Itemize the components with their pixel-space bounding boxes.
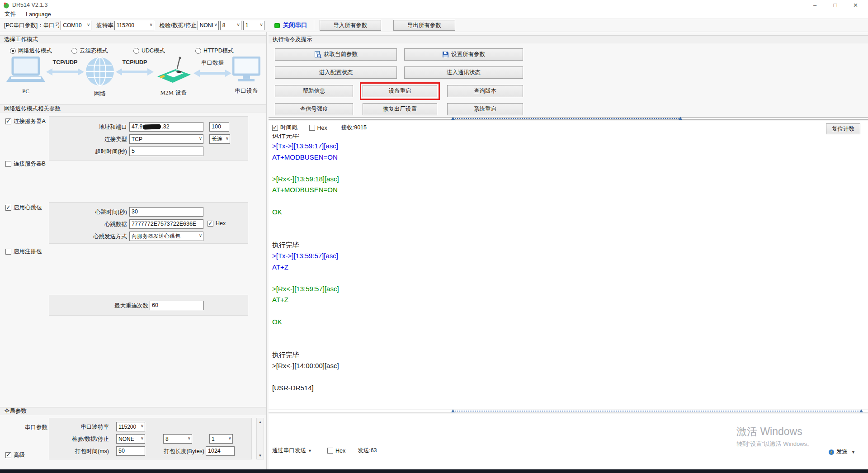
enter-comm-button[interactable]: 进入通讯状态 xyxy=(404,66,523,79)
log-line: >[Tx->][13:59:17][asc] xyxy=(272,141,861,151)
hb-time-input[interactable]: 30 xyxy=(129,207,203,217)
register-checkbox[interactable]: 启用注册包 xyxy=(5,248,42,255)
scroll-down-icon[interactable]: ▼ xyxy=(257,452,264,459)
pc-icon xyxy=(6,57,45,86)
g-stopbits-select[interactable]: 1∨ xyxy=(209,434,233,444)
reconnect-label: 最大重连次数 xyxy=(49,302,148,310)
databits-select[interactable]: 8∨ xyxy=(220,21,241,30)
dr514-window: DR514 V2.1.3 – □ ✕ 文件 Language [PC串口参数]：… xyxy=(0,0,868,473)
global-params-header: 全局参数 xyxy=(0,407,266,415)
left-scrollbar[interactable]: ▲ ▼ xyxy=(256,418,264,459)
radio-cloud-mode[interactable]: 云组态模式 xyxy=(71,47,108,55)
export-all-button[interactable]: 导出所有参数 xyxy=(393,20,455,31)
port-status-led-icon xyxy=(274,23,280,28)
advanced-checkbox[interactable]: 高级 xyxy=(5,451,25,459)
server-a-checkbox[interactable]: 连接服务器A xyxy=(5,118,46,125)
slider-track xyxy=(455,411,859,412)
chevron-down-icon: ∨ xyxy=(214,22,217,27)
system-reboot-button[interactable]: 系统重启 xyxy=(447,103,523,115)
log-line: AT+MODBUSEN=ON xyxy=(272,152,861,163)
log-line xyxy=(272,196,861,207)
log-line xyxy=(272,229,861,240)
pack-len-input[interactable]: 1024 xyxy=(206,446,235,456)
hb-hex-checkbox[interactable]: Hex xyxy=(208,220,226,227)
server-port-input[interactable]: 100 xyxy=(209,122,229,132)
send-hex-checkbox[interactable]: Hex xyxy=(327,448,345,454)
heartbeat-group: 心跳时间(秒) 30 心跳数据 7777772E7573722E636E Hex… xyxy=(49,202,248,244)
query-version-button[interactable]: 查询版本 xyxy=(447,85,523,97)
radio-icon xyxy=(10,48,16,54)
radio-httpd-mode[interactable]: HTTPD模式 xyxy=(195,47,234,55)
server-b-checkbox[interactable]: 连接服务器B xyxy=(5,160,46,168)
log-line xyxy=(272,218,861,228)
menu-language[interactable]: Language xyxy=(26,11,51,18)
parity-label: 检验/数据/停止 xyxy=(160,22,197,29)
g-baud-select[interactable]: 115200∨ xyxy=(116,422,145,431)
log-line xyxy=(272,339,861,350)
send-button[interactable]: 发送 ▼ xyxy=(828,448,855,456)
factory-reset-button[interactable]: 恢复出厂设置 xyxy=(363,103,437,115)
send-via-serial-dropdown[interactable]: 通过串口发送▼ xyxy=(272,447,312,454)
splitter-slider[interactable] xyxy=(451,409,863,413)
close-button[interactable]: ✕ xyxy=(845,0,866,10)
chevron-down-icon: ∨ xyxy=(141,423,144,428)
g-parity-select[interactable]: NONE∨ xyxy=(116,434,145,444)
signal-strength-button[interactable]: 查信号强度 xyxy=(275,103,353,115)
m2m-device-icon xyxy=(155,57,193,87)
chevron-down-icon: ∨ xyxy=(199,136,202,141)
reset-count-button[interactable]: 复位计数 xyxy=(826,123,860,134)
keep-alive-select[interactable]: 长连∨ xyxy=(209,134,230,144)
log-line xyxy=(272,273,861,284)
radio-icon xyxy=(71,48,77,54)
log-output[interactable]: 执行完毕 >[Tx->][13:59:17][asc] AT+MODBUSEN=… xyxy=(269,134,861,408)
radio-net-transparent-mode[interactable]: 网络透传模式 xyxy=(10,47,52,55)
get-params-button[interactable]: 获取当前参数 xyxy=(275,48,397,61)
set-params-button[interactable]: 设置所有参数 xyxy=(404,48,523,61)
help-button[interactable]: 帮助信息 xyxy=(275,85,353,97)
hb-mode-select[interactable]: 向服务器发送心跳包∨ xyxy=(129,232,203,241)
hb-data-input[interactable]: 7777772E7573722E636E xyxy=(129,219,203,229)
enter-config-button[interactable]: 进入配置状态 xyxy=(275,66,397,79)
slider-end-icon xyxy=(679,117,682,120)
com-port-select[interactable]: COM10∨ xyxy=(61,21,91,30)
conn-type-select[interactable]: TCP∨ xyxy=(129,134,203,144)
serial-toolbar: [PC串口参数]：串口号 COM10∨ 波特率 115200∨ 检验/数据/停止… xyxy=(0,19,868,32)
node-label: 串口设备 xyxy=(235,87,258,95)
log-line: >[Rx<-][14:00:00][asc] xyxy=(272,360,861,371)
send-area: 激活 Windows 转到“设置”以激活 Windows。 通过串口发送▼ He… xyxy=(269,414,868,469)
reconnect-group: 最大重连次数 60 xyxy=(49,295,248,316)
g-databits-select[interactable]: 8∨ xyxy=(163,434,192,444)
maximize-button[interactable]: □ xyxy=(825,0,845,10)
network-globe-icon xyxy=(85,57,115,88)
recv-count: 接收:9015 xyxy=(341,124,367,132)
chevron-down-icon: ∨ xyxy=(199,233,202,238)
stopbits-select[interactable]: 1∨ xyxy=(243,21,264,30)
log-line: AT+Z xyxy=(272,262,861,273)
double-arrow-icon xyxy=(46,68,84,77)
device-reboot-button[interactable]: 设备重启 xyxy=(363,85,437,97)
menu-bar: 文件 Language xyxy=(0,10,868,19)
link-m2m-serial: 串口数据 xyxy=(193,57,231,79)
parity-select[interactable]: NONI∨ xyxy=(198,21,219,30)
server-address-input[interactable]: 47.9.32 xyxy=(129,122,203,132)
timeout-input[interactable]: 5 xyxy=(129,147,203,156)
recv-hex-checkbox[interactable]: Hex xyxy=(309,125,327,131)
timestamp-checkbox[interactable]: 时间戳 xyxy=(272,124,297,132)
serial-device-node: 串口设备 xyxy=(232,57,260,95)
heartbeat-checkbox[interactable]: 启用心跳包 xyxy=(5,204,42,212)
import-all-button[interactable]: 导入所有参数 xyxy=(320,20,381,31)
radio-udc-mode[interactable]: UDC模式 xyxy=(133,47,165,55)
topology-diagram: PC TCP/UDP 网络 TCP/UDP M2M 设备 串口数据 xyxy=(6,57,260,102)
baud-select[interactable]: 115200∨ xyxy=(114,21,154,30)
reconnect-input[interactable]: 60 xyxy=(150,301,204,310)
log-line: 执行完毕 xyxy=(272,350,861,360)
slider-track xyxy=(455,118,679,119)
scroll-up-icon[interactable]: ▲ xyxy=(257,418,264,426)
close-port-button[interactable]: 关闭串口 xyxy=(283,21,307,29)
minimize-button[interactable]: – xyxy=(805,0,825,10)
menu-file[interactable]: 文件 xyxy=(5,10,16,18)
splitter-slider[interactable] xyxy=(451,117,682,120)
toolbar-divider xyxy=(314,20,314,30)
checkbox-icon xyxy=(327,448,333,454)
pack-time-input[interactable]: 50 xyxy=(116,446,145,456)
